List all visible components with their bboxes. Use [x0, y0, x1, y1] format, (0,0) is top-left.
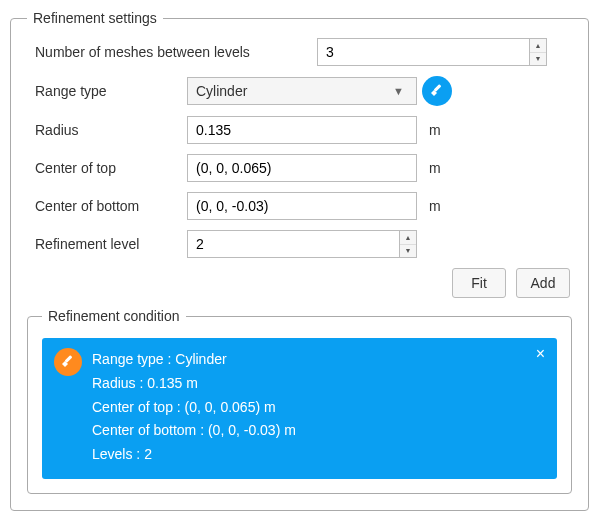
- range-type-row: Range type Cylinder ▼: [27, 76, 572, 106]
- close-icon: ×: [536, 345, 545, 362]
- center-top-input[interactable]: [187, 154, 417, 182]
- center-bottom-unit: m: [417, 198, 457, 214]
- level-spinner[interactable]: ▲ ▼: [187, 230, 417, 258]
- range-type-label: Range type: [27, 83, 187, 99]
- brush-icon: [429, 83, 445, 99]
- radius-unit: m: [417, 122, 457, 138]
- center-top-unit: m: [417, 160, 457, 176]
- chevron-down-icon: ▼: [393, 85, 404, 97]
- add-button[interactable]: Add: [516, 268, 570, 298]
- radius-label: Radius: [27, 122, 187, 138]
- radius-input[interactable]: [187, 116, 417, 144]
- action-button-row: Fit Add: [27, 268, 570, 298]
- meshes-spinner[interactable]: ▲ ▼: [317, 38, 547, 66]
- center-top-row: Center of top m: [27, 154, 572, 182]
- meshes-spin-up[interactable]: ▲: [530, 39, 546, 53]
- brush-icon: [60, 354, 76, 370]
- level-input[interactable]: [187, 230, 399, 258]
- condition-line: Levels : 2: [92, 443, 543, 467]
- level-row: Refinement level ▲ ▼: [27, 230, 572, 258]
- apply-range-button[interactable]: [422, 76, 452, 106]
- fit-button[interactable]: Fit: [452, 268, 506, 298]
- level-spin-buttons: ▲ ▼: [399, 230, 417, 258]
- condition-line: Range type : Cylinder: [92, 348, 543, 372]
- svg-rect-0: [434, 84, 442, 92]
- radius-row: Radius m: [27, 116, 572, 144]
- center-top-label: Center of top: [27, 160, 187, 176]
- refinement-settings-group: Refinement settings Number of meshes bet…: [10, 10, 589, 511]
- meshes-input[interactable]: [317, 38, 529, 66]
- center-bottom-label: Center of bottom: [27, 198, 187, 214]
- refinement-condition-legend: Refinement condition: [42, 308, 186, 324]
- meshes-spin-buttons: ▲ ▼: [529, 38, 547, 66]
- condition-line: Center of bottom : (0, 0, -0.03) m: [92, 419, 543, 443]
- range-type-value: Cylinder: [196, 83, 247, 99]
- condition-lines: Range type : Cylinder Radius : 0.135 m C…: [92, 348, 543, 467]
- meshes-label: Number of meshes between levels: [27, 44, 317, 60]
- center-bottom-input[interactable]: [187, 192, 417, 220]
- level-spin-up[interactable]: ▲: [400, 231, 416, 245]
- refinement-settings-legend: Refinement settings: [27, 10, 163, 26]
- condition-line: Center of top : (0, 0, 0.065) m: [92, 396, 543, 420]
- meshes-spin-down[interactable]: ▼: [530, 53, 546, 66]
- center-bottom-row: Center of bottom m: [27, 192, 572, 220]
- level-label: Refinement level: [27, 236, 187, 252]
- condition-line: Radius : 0.135 m: [92, 372, 543, 396]
- refinement-condition-group: Refinement condition Range type : Cylind…: [27, 308, 572, 494]
- condition-close-button[interactable]: ×: [536, 346, 545, 362]
- range-type-select[interactable]: Cylinder ▼: [187, 77, 417, 105]
- svg-rect-1: [65, 355, 73, 363]
- condition-card-icon-wrap: [54, 348, 82, 376]
- meshes-row: Number of meshes between levels ▲ ▼: [27, 38, 572, 66]
- condition-card[interactable]: Range type : Cylinder Radius : 0.135 m C…: [42, 338, 557, 479]
- level-spin-down[interactable]: ▼: [400, 245, 416, 258]
